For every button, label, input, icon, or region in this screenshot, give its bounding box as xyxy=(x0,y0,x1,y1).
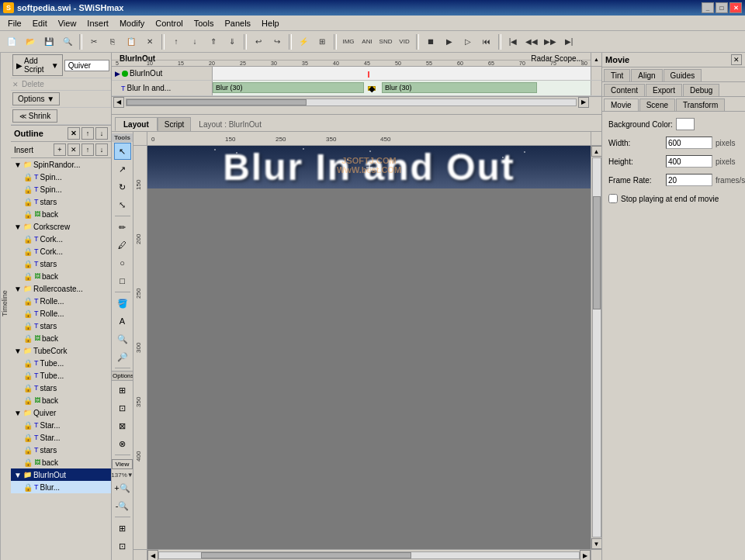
list-item[interactable]: 🔒 🖼 back xyxy=(11,208,111,220)
list-item[interactable]: 🔒 T Tube... xyxy=(11,369,111,382)
outline-group-quiver[interactable]: ▼ 📁 Quiver xyxy=(11,406,111,419)
tab-layout[interactable]: Layout xyxy=(115,117,158,131)
copy-button[interactable]: ⎘ xyxy=(104,33,121,50)
redo-button[interactable]: ↪ xyxy=(269,33,286,50)
rpanel-tab-content[interactable]: Content xyxy=(604,84,645,96)
scroll-left-arrow[interactable]: ◀ xyxy=(113,97,124,108)
rpanel-tab-scene[interactable]: Scene xyxy=(639,99,675,111)
list-item[interactable]: 🔒 T Cork... xyxy=(11,245,111,258)
quiver-dropdown[interactable]: Quiver xyxy=(64,60,109,71)
tool-pen2[interactable]: ⊡ xyxy=(114,399,131,417)
tl-block-2[interactable]: Blur (30) xyxy=(382,82,537,93)
outline-group-rollercoaster[interactable]: ▼ 📁 Rollercoaste... xyxy=(11,282,111,295)
find-button[interactable]: 🔍 xyxy=(59,33,76,50)
move-up-button[interactable]: ↑ xyxy=(168,33,185,50)
play-stop-button[interactable]: ⏹ xyxy=(422,33,439,50)
list-item[interactable]: 🔒 T Rolle... xyxy=(11,295,111,307)
scroll-up-arrow[interactable]: ▲ xyxy=(591,146,602,157)
cut-button[interactable]: ✂ xyxy=(85,33,102,50)
tool-oval[interactable]: ○ xyxy=(114,254,131,271)
outline-group-spinrandom[interactable]: ▼ 📁 SpinRandor... xyxy=(11,158,111,171)
insert-up-icon[interactable]: ↑ xyxy=(81,143,94,156)
tool-pencil[interactable]: ✏ xyxy=(114,219,131,236)
rpanel-tab-debug[interactable]: Debug xyxy=(683,84,719,96)
align-up-button[interactable]: ⇑ xyxy=(205,33,222,50)
insert-x-icon[interactable]: ✕ xyxy=(68,143,80,156)
delete-button[interactable]: ✕ xyxy=(141,33,158,50)
add-script-button[interactable]: ▶ Add Script ▼ xyxy=(12,54,63,76)
scroll-right-arrow[interactable]: ▶ xyxy=(578,97,589,108)
list-item[interactable]: 🔒 T Spin... xyxy=(11,183,111,195)
list-item[interactable]: 🔒 🖼 back xyxy=(11,332,111,344)
list-item[interactable]: 🔒 T stars xyxy=(11,320,111,332)
zoom-in-button[interactable]: +🔍 xyxy=(114,479,131,496)
menu-insert[interactable]: Insert xyxy=(82,17,113,29)
list-item[interactable]: 🔒 T stars xyxy=(11,444,111,456)
width-input[interactable] xyxy=(666,137,712,149)
list-item[interactable]: 🔒 🖼 back xyxy=(11,270,111,282)
rpanel-tab-tint[interactable]: Tint xyxy=(604,69,630,81)
rpanel-tab-align[interactable]: Align xyxy=(631,69,662,81)
import-image-button[interactable]: IMG xyxy=(340,33,357,50)
import-btn3[interactable]: SND xyxy=(377,33,394,50)
tab-script[interactable]: Script xyxy=(158,117,192,131)
wrap-button[interactable]: ⊞ xyxy=(314,33,331,50)
outline-down-icon[interactable]: ↓ xyxy=(95,127,108,140)
menu-panels[interactable]: Panels xyxy=(220,17,255,29)
tool-pen[interactable]: 🖊 xyxy=(114,237,131,254)
move-down-button[interactable]: ↓ xyxy=(186,33,203,50)
paste-button[interactable]: 📋 xyxy=(123,33,140,50)
rpanel-tab-transform[interactable]: Transform xyxy=(676,99,725,111)
outline-group-tubecork[interactable]: ▼ 📁 TubeCork xyxy=(11,344,111,357)
list-item[interactable]: 🔒 T Tube... xyxy=(11,357,111,369)
rpanel-tab-movie[interactable]: Movie xyxy=(604,99,639,111)
stop-playing-checkbox[interactable] xyxy=(608,194,618,203)
canvas-scroll-left[interactable]: ◀ xyxy=(147,550,158,560)
h-scrollbar-track[interactable] xyxy=(126,99,577,106)
list-item[interactable]: 🔒 🖼 back xyxy=(11,456,111,468)
insert-down-icon[interactable]: ↓ xyxy=(95,143,108,156)
rpanel-tab-export[interactable]: Export xyxy=(646,84,682,96)
menu-modify[interactable]: Modify xyxy=(115,17,149,29)
view-button[interactable]: View xyxy=(112,459,132,469)
tool-subselect[interactable]: ↗ xyxy=(114,161,131,178)
first-frame-button[interactable]: |◀ xyxy=(504,33,522,50)
menu-control[interactable]: Control xyxy=(151,17,187,29)
frame-rate-input[interactable] xyxy=(666,174,712,186)
minimize-button[interactable]: _ xyxy=(702,2,714,13)
grid-button[interactable]: ⊞ xyxy=(114,520,131,537)
timeline-scroll-up[interactable]: ▲ xyxy=(591,53,601,66)
grid2-button[interactable]: ⊡ xyxy=(114,538,131,555)
tool-zoom-in[interactable]: 🔍 xyxy=(114,330,131,347)
prev-btn[interactable]: ◀◀ xyxy=(523,33,540,50)
menu-view[interactable]: View xyxy=(54,17,81,29)
menu-file[interactable]: File xyxy=(3,17,26,29)
shrink-button[interactable]: ≪ Shrink xyxy=(12,109,57,123)
list-item[interactable]: 🔒 T Blur... xyxy=(11,481,111,493)
tool-text[interactable]: A xyxy=(114,313,131,330)
tool-arrow[interactable]: ↖ xyxy=(114,143,131,160)
tool-rotate[interactable]: ↻ xyxy=(114,178,131,195)
tool-rect[interactable]: □ xyxy=(114,272,131,289)
import-btn4[interactable]: VID xyxy=(396,33,413,50)
close-button[interactable]: ✕ xyxy=(729,2,742,13)
right-panel-close-button[interactable]: ✕ xyxy=(731,54,742,65)
tool-skew[interactable]: ⊠ xyxy=(114,417,131,434)
canvas-h-track[interactable] xyxy=(158,551,580,559)
scroll-down-arrow[interactable]: ▼ xyxy=(591,538,602,549)
bg-color-picker[interactable] xyxy=(676,118,695,130)
insert-plus-icon[interactable]: + xyxy=(54,143,66,156)
open-button[interactable]: 📂 xyxy=(22,33,39,50)
list-item[interactable]: 🔒 T Cork... xyxy=(11,233,111,245)
save-button[interactable]: 💾 xyxy=(40,33,57,50)
rpanel-tab-guides[interactable]: Guides xyxy=(664,69,702,81)
list-item[interactable]: 🔒 T stars xyxy=(11,382,111,394)
outline-up-icon[interactable]: ↑ xyxy=(81,127,94,140)
align-down-button[interactable]: ⇓ xyxy=(224,33,241,50)
list-item[interactable]: 🔒 T Star... xyxy=(11,431,111,444)
prev-frame-button[interactable]: ⏮ xyxy=(478,33,495,50)
list-item[interactable]: 🔒 T Spin... xyxy=(11,171,111,183)
list-item[interactable]: 🔒 T Rolle... xyxy=(11,307,111,320)
outline-group-blurinout[interactable]: ▼ 📁 BlurInOut xyxy=(11,468,111,481)
list-item[interactable]: 🔒 T stars xyxy=(11,258,111,270)
